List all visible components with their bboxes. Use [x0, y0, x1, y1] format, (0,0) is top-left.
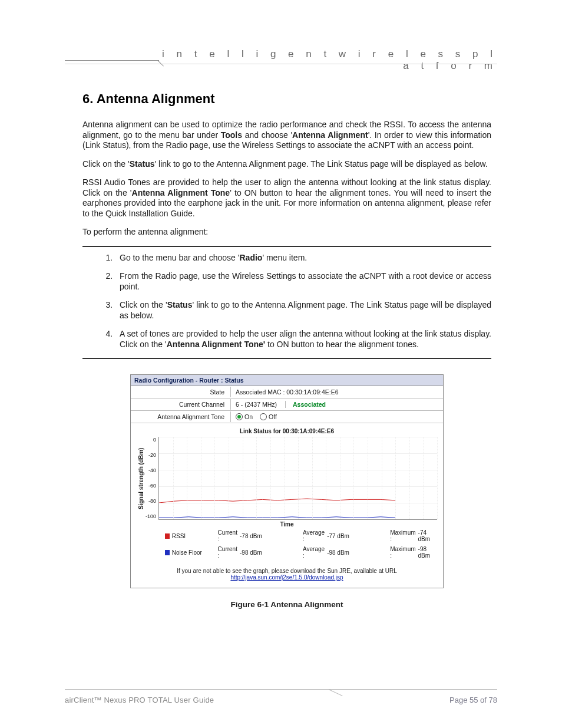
figure-panel: Radio Configuration - Router : Status St…	[130, 374, 444, 588]
section-heading: 6. Antenna Alignment	[82, 91, 491, 107]
row-state: State Associated MAC : 00:30:1A:09:4E:E6	[131, 386, 443, 398]
swatch-noise	[165, 550, 170, 555]
label-state: State	[131, 387, 231, 397]
legend-noise: Noise Floor Current : -98 dBm Average : …	[137, 544, 437, 561]
content-area: 6. Antenna Alignment Antenna alignment c…	[82, 91, 491, 609]
figure-title: Radio Configuration - Router : Status	[131, 375, 443, 386]
intro-paragraph-3: RSSI Audio Tones are provided to help th…	[82, 177, 491, 219]
chart-plot	[158, 437, 437, 520]
jre-download-link[interactable]: http://java.sun.com/j2se/1.5.0/download.…	[230, 574, 343, 581]
swatch-rssi	[165, 533, 170, 539]
label-tone: Antenna Alignment Tone	[131, 411, 231, 422]
label-channel: Current Channel	[131, 399, 231, 410]
legend-rssi: RSSI Current : -78 dBm Average : -77 dBm…	[137, 528, 437, 544]
intro-paragraph-4: To perform the antenna alignment:	[82, 227, 491, 238]
step-list: Go to the menu bar and choose 'Radio' me…	[82, 253, 491, 350]
header-rule	[65, 64, 497, 64]
intro-paragraph-2: Click on the 'Status' link to go to the …	[82, 159, 491, 170]
radio-on[interactable]: On	[236, 413, 253, 420]
radio-off-icon	[260, 413, 267, 420]
chart-title: Link Status for 00:30:1A:09:4E:E6	[137, 428, 437, 434]
value-channel: 6 - (2437 MHz) Associated	[231, 399, 330, 410]
step-2: From the Radio page, use the Wireless Se…	[115, 271, 491, 292]
row-channel: Current Channel 6 - (2437 MHz) Associate…	[131, 398, 443, 411]
step-1: Go to the menu bar and choose 'Radio' me…	[115, 253, 491, 263]
step-4: A set of tones are provided to help the …	[115, 329, 491, 350]
figure-caption: Figure 6-1 Antenna Alignment	[82, 600, 491, 609]
divider-top	[82, 246, 491, 247]
step-3: Click on the 'Status' link to go to the …	[115, 300, 491, 321]
page-footer: airClient™ Nexus PRO TOTAL User Guide Pa…	[65, 689, 497, 704]
page-header: i n t e l l i g e n t w i r e l e s s p …	[65, 48, 497, 72]
value-state: Associated MAC : 00:30:1A:09:4E:E6	[231, 387, 343, 397]
row-tone: Antenna Alignment Tone On Off	[131, 411, 443, 423]
chart-wrap: Signal strength (dBm) 0-20-40-60-80-100	[137, 437, 437, 520]
footer-guide: airClient™ Nexus PRO TOTAL User Guide	[65, 696, 214, 704]
footer-row: airClient™ Nexus PRO TOTAL User Guide Pa…	[65, 696, 497, 704]
divider-bottom	[82, 358, 491, 359]
radio-on-icon	[236, 413, 243, 420]
figure-note: If you are not able to see the graph, pl…	[131, 563, 443, 588]
chart-ylabel: Signal strength (dBm)	[137, 437, 146, 520]
intro-paragraph-1: Antenna alignment can be used to optimiz…	[82, 120, 491, 151]
footer-rule	[65, 689, 497, 690]
footer-page: Page 55 of 78	[449, 696, 497, 704]
header-tagline: i n t e l l i g e n t w i r e l e s s p …	[159, 48, 497, 72]
value-tone: On Off	[231, 411, 282, 422]
radio-off[interactable]: Off	[260, 413, 277, 420]
chart-container: Link Status for 00:30:1A:09:4E:E6 Signal…	[131, 423, 443, 563]
document-page: i n t e l l i g e n t w i r e l e s s p …	[0, 0, 562, 728]
chart-yticks: 0-20-40-60-80-100	[146, 437, 158, 519]
chart-xlabel: Time	[137, 521, 437, 528]
associated-badge: Associated	[293, 401, 326, 408]
header-ornament	[65, 60, 159, 61]
